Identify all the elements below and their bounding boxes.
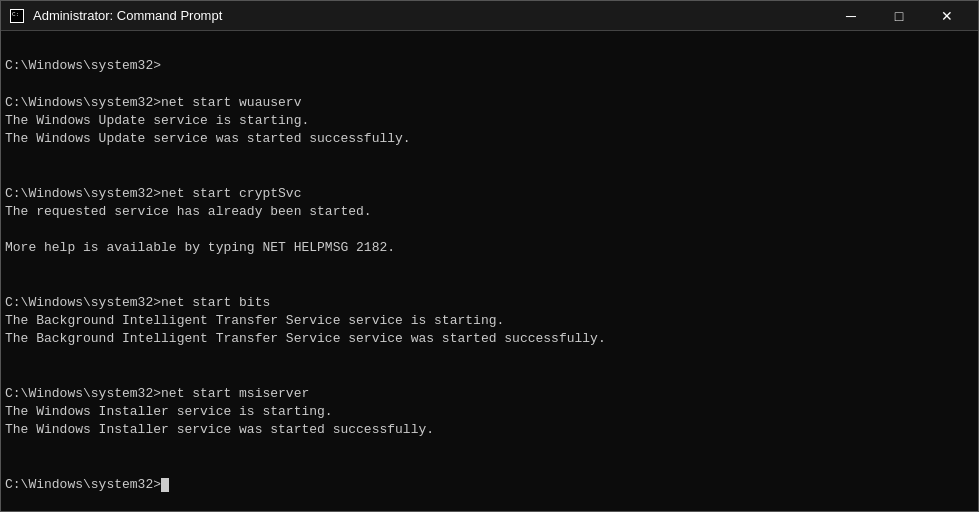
console-line: C:\Windows\system32>net start wuauserv <box>5 94 974 112</box>
console-line: C:\Windows\system32>net start bits <box>5 294 974 312</box>
title-bar-controls: ─ □ ✕ <box>828 1 970 31</box>
console-line: The Windows Installer service was starte… <box>5 421 974 439</box>
console-line <box>5 348 974 366</box>
console-line <box>5 457 974 475</box>
console-line: The requested service has already been s… <box>5 203 974 221</box>
console-line <box>5 75 974 93</box>
console-line <box>5 275 974 293</box>
console-line: C:\Windows\system32>net start cryptSvc <box>5 185 974 203</box>
console-line: C:\Windows\system32> <box>5 476 974 494</box>
console-line: The Background Intelligent Transfer Serv… <box>5 330 974 348</box>
console-line: More help is available by typing NET HEL… <box>5 239 974 257</box>
title-bar: Administrator: Command Prompt ─ □ ✕ <box>1 1 978 31</box>
console-line <box>5 148 974 166</box>
maximize-button[interactable]: □ <box>876 1 922 31</box>
console-line <box>5 39 974 57</box>
console-line: The Windows Update service is starting. <box>5 112 974 130</box>
cursor <box>161 478 169 492</box>
console-line <box>5 366 974 384</box>
console-line: The Background Intelligent Transfer Serv… <box>5 312 974 330</box>
minimize-button[interactable]: ─ <box>828 1 874 31</box>
cmd-icon <box>9 8 25 24</box>
title-bar-left: Administrator: Command Prompt <box>9 8 222 24</box>
console-line <box>5 257 974 275</box>
console-output[interactable]: C:\Windows\system32>C:\Windows\system32>… <box>1 31 978 511</box>
close-button[interactable]: ✕ <box>924 1 970 31</box>
cmd-window: Administrator: Command Prompt ─ □ ✕ C:\W… <box>0 0 979 512</box>
console-line: C:\Windows\system32>net start msiserver <box>5 385 974 403</box>
console-line: The Windows Update service was started s… <box>5 130 974 148</box>
window-title: Administrator: Command Prompt <box>33 8 222 23</box>
console-line <box>5 166 974 184</box>
console-line: The Windows Installer service is startin… <box>5 403 974 421</box>
console-line: C:\Windows\system32> <box>5 57 974 75</box>
console-line <box>5 221 974 239</box>
console-line <box>5 439 974 457</box>
